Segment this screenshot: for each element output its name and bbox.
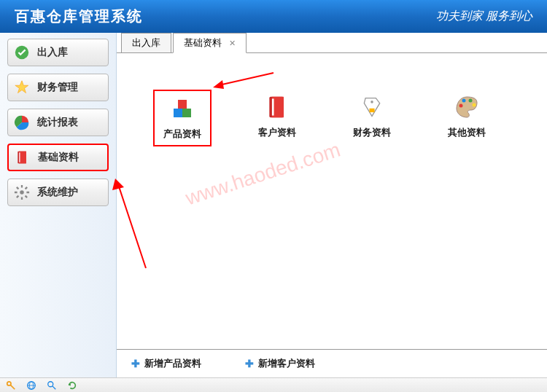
nav-reports[interactable]: 统计报表 bbox=[7, 109, 109, 136]
grid-product-data[interactable]: 产品资料 bbox=[153, 90, 212, 146]
nav-label: 财务管理 bbox=[37, 81, 78, 94]
svg-line-27 bbox=[53, 385, 55, 388]
tab-label: 出入库 bbox=[132, 37, 160, 48]
app-header: 百惠仓库管理系统 功夫到家 服务到心 bbox=[0, 0, 547, 33]
status-bar bbox=[0, 377, 547, 392]
svg-rect-9 bbox=[178, 100, 187, 109]
nav-system-maintenance[interactable]: 系统维护 bbox=[7, 179, 109, 206]
icon-grid: 产品资料 客户资料 财务资料 bbox=[153, 90, 532, 146]
gear-icon bbox=[14, 184, 30, 200]
tab-basic-data[interactable]: 基础资料 ✕ bbox=[173, 33, 247, 53]
tab-in-out-stock[interactable]: 出入库 bbox=[121, 33, 171, 52]
tag-icon bbox=[359, 94, 385, 120]
grid-other-data[interactable]: 其他资料 bbox=[438, 90, 496, 146]
nav-finance[interactable]: 财务管理 bbox=[7, 74, 109, 101]
svg-rect-14 bbox=[369, 109, 374, 112]
key-icon[interactable] bbox=[6, 380, 16, 391]
watermark: www.haoded.com bbox=[182, 138, 343, 211]
nav-label: 基础资料 bbox=[38, 151, 79, 164]
svg-rect-3 bbox=[19, 152, 20, 162]
plus-icon: ✚ bbox=[131, 358, 140, 369]
svg-point-18 bbox=[473, 103, 476, 107]
close-icon[interactable]: ✕ bbox=[229, 39, 236, 47]
svg-line-22 bbox=[10, 385, 15, 389]
svg-point-15 bbox=[459, 104, 463, 108]
svg-line-19 bbox=[118, 184, 146, 268]
nav-basic-data[interactable]: 基础资料 bbox=[7, 144, 109, 171]
bottom-toolbar: ✚ 新增产品资料 ✚ 新增客户资料 bbox=[117, 349, 547, 377]
star-icon bbox=[14, 79, 30, 95]
nav-label: 系统维护 bbox=[37, 186, 78, 199]
svg-point-16 bbox=[462, 99, 466, 103]
svg-point-17 bbox=[469, 99, 473, 103]
annotation-arrow-icon bbox=[212, 69, 277, 91]
grid-customer-data[interactable]: 客户资料 bbox=[248, 90, 306, 146]
grid-label: 其他资料 bbox=[448, 126, 486, 139]
link-add-customer[interactable]: ✚ 新增客户资料 bbox=[245, 357, 315, 370]
svg-rect-7 bbox=[174, 109, 182, 117]
grid-label: 客户资料 bbox=[258, 126, 296, 139]
grid-label: 产品资料 bbox=[163, 128, 201, 141]
search-icon[interactable] bbox=[47, 380, 57, 391]
boxes-icon bbox=[169, 95, 195, 122]
tab-label: 基础资料 bbox=[184, 37, 222, 48]
nav-label: 出入库 bbox=[37, 46, 68, 59]
svg-rect-12 bbox=[272, 98, 274, 115]
grid-label: 财务资料 bbox=[353, 126, 391, 139]
svg-line-5 bbox=[219, 73, 274, 85]
pie-chart-icon bbox=[14, 114, 30, 130]
globe-icon[interactable] bbox=[26, 380, 36, 391]
check-circle-icon bbox=[14, 44, 30, 60]
svg-marker-6 bbox=[213, 80, 224, 89]
nav-label: 统计报表 bbox=[37, 116, 78, 129]
content-area: 产品资料 客户资料 财务资料 bbox=[117, 53, 547, 349]
plus-icon: ✚ bbox=[245, 358, 254, 369]
tab-bar: 出入库 基础资料 ✕ bbox=[117, 33, 547, 53]
red-book-icon bbox=[264, 94, 290, 120]
nav-in-out-stock[interactable]: 出入库 bbox=[7, 39, 109, 66]
svg-point-13 bbox=[371, 101, 373, 103]
link-label: 新增产品资料 bbox=[144, 357, 201, 370]
svg-rect-8 bbox=[182, 109, 191, 117]
main-area: 出入库 基础资料 ✕ 产品资料 bbox=[117, 33, 547, 377]
book-icon bbox=[15, 149, 31, 165]
link-label: 新增客户资料 bbox=[258, 357, 315, 370]
app-title: 百惠仓库管理系统 bbox=[15, 7, 143, 26]
svg-point-4 bbox=[20, 190, 24, 195]
palette-icon bbox=[454, 94, 480, 120]
refresh-icon[interactable] bbox=[67, 380, 77, 391]
svg-point-26 bbox=[48, 381, 53, 386]
sidebar: 出入库 财务管理 统计报表 基础资料 系统维护 bbox=[0, 33, 117, 377]
link-add-product[interactable]: ✚ 新增产品资料 bbox=[131, 357, 201, 370]
grid-finance-data[interactable]: 财务资料 bbox=[343, 90, 401, 146]
app-slogan: 功夫到家 服务到心 bbox=[436, 9, 532, 24]
